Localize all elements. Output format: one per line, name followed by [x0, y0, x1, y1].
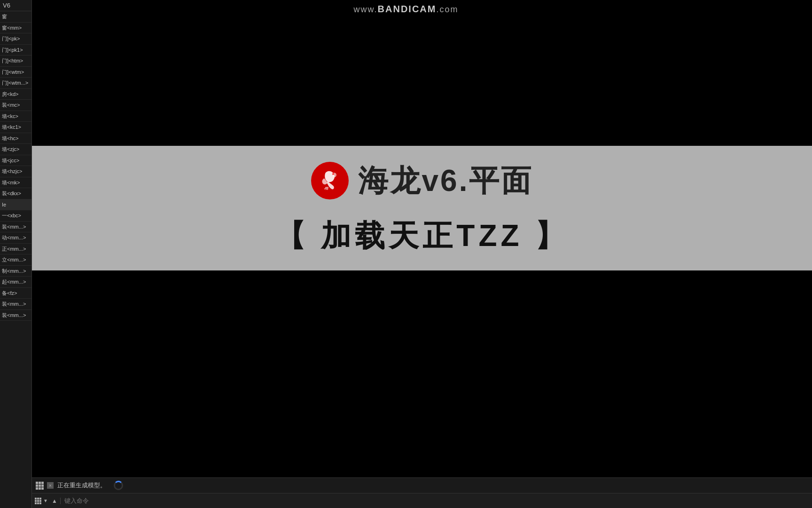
sidebar-item[interactable]: 墙<jcc> [0, 155, 31, 167]
sidebar-item[interactable]: 装<mm...> [0, 299, 31, 310]
bandicam-watermark: www.BANDICAM.com [354, 4, 459, 15]
sidebar-item[interactable]: 房<kd> [0, 89, 31, 100]
top-viewport [32, 0, 812, 146]
dropdown-arrow-icon[interactable]: ▼ [43, 498, 48, 503]
dialog-header: 海龙v6.平面 [311, 160, 533, 201]
sidebar-item[interactable]: 装<mc> [0, 100, 31, 111]
sidebar-item-ie[interactable]: Ie [0, 199, 31, 211]
command-bar: ▼ ▲ [32, 493, 812, 508]
sidebar-item[interactable]: 起<mm...> [0, 277, 31, 288]
sidebar-item[interactable]: 窗 [0, 11, 31, 23]
loading-spinner [114, 481, 123, 490]
close-button[interactable]: × [47, 482, 54, 489]
command-input[interactable] [61, 497, 812, 504]
bottom-viewport [32, 270, 812, 484]
status-message: 正在重生成模型。 [57, 481, 106, 490]
sidebar-item[interactable]: 门]<wtm...> [0, 78, 31, 89]
command-icons: ▼ ▲ [32, 498, 61, 504]
sidebar-item[interactable]: 墙<mk> [0, 177, 31, 189]
sidebar-item[interactable]: 墙<zjc> [0, 144, 31, 155]
sidebar-item[interactable]: 动<mm...> [0, 232, 31, 244]
sidebar-item[interactable]: 装<mm...> [0, 310, 31, 321]
watermark-brand: BANDICAM [378, 4, 437, 14]
arrow-up-icon[interactable]: ▲ [52, 498, 57, 504]
sidebar-item[interactable]: 墙<kc1> [0, 122, 31, 133]
sidebar-item[interactable]: 墙<hzjc> [0, 166, 31, 177]
loading-dialog: 海龙v6.平面 【 加载天正TZZ 】 [32, 146, 812, 270]
sidebar: V6 窗 窗<mm> 门]<pk> 门]<pk1> 门]<htm> 门]<wtm… [0, 0, 32, 508]
sidebar-item[interactable]: 墙<kc> [0, 111, 31, 122]
sidebar-item[interactable]: 装<mm...> [0, 222, 31, 233]
watermark-prefix: www. [354, 5, 378, 14]
sidebar-item[interactable]: 窗<mm> [0, 23, 31, 34]
dragon-logo [311, 162, 349, 199]
sidebar-item[interactable]: 制<mm...> [0, 266, 31, 277]
app-title: 海龙v6.平面 [358, 160, 533, 201]
sidebar-item[interactable]: 门]<pk1> [0, 45, 31, 56]
loading-label: 【 加载天正TZZ 】 [275, 215, 569, 256]
sidebar-item[interactable]: 装<dkx> [0, 188, 31, 199]
grid-icon[interactable] [36, 482, 43, 489]
sidebar-item[interactable]: 门]<pk> [0, 33, 31, 45]
sidebar-item[interactable]: 墙<hc> [0, 133, 31, 144]
status-line: × 正在重生成模型。 [32, 477, 812, 493]
sidebar-item[interactable]: 门]<wtm> [0, 67, 31, 78]
svg-point-1 [332, 173, 334, 175]
cmd-grid-icon[interactable] [35, 498, 41, 504]
sidebar-item[interactable]: 备<fz> [0, 288, 31, 299]
version-label: V6 [0, 0, 31, 11]
sidebar-item[interactable]: 门]<htm> [0, 56, 31, 67]
sidebar-item[interactable]: 一<xbc> [0, 210, 31, 222]
watermark-suffix: .com [436, 5, 458, 14]
sidebar-item[interactable]: 正<mm...> [0, 244, 31, 255]
sidebar-item[interactable]: 立<mm...> [0, 254, 31, 266]
